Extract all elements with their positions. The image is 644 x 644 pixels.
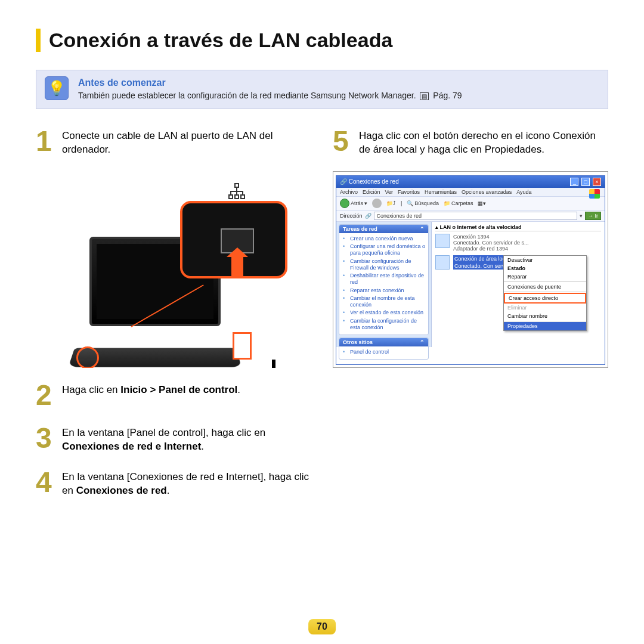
context-menu: Desactivar Estado Reparar Conexiones de … <box>503 255 587 331</box>
step-number: 3 <box>36 424 62 454</box>
svg-rect-0 <box>235 184 239 187</box>
context-item-disable[interactable]: Desactivar <box>504 256 586 264</box>
go-button[interactable]: → Ir <box>585 212 601 220</box>
step-5: 5 Haga clic con el botón derecho en el i… <box>333 127 608 157</box>
window-titlebar: 🔗 Conexiones de red _ □ × <box>336 176 605 188</box>
toolbar[interactable]: Atrás ▾ 📁⤴ | 🔍 Búsqueda 📁 Carpetas ▦▾ <box>336 197 605 210</box>
up-icon[interactable]: 📁⤴ <box>386 200 396 206</box>
info-page-ref: Pág. 79 <box>433 91 462 100</box>
step-text: Conecte un cable de LAN al puerto de LAN… <box>62 127 311 157</box>
task-link[interactable]: Cambiar la configuración de esta conexió… <box>342 317 426 332</box>
step-4: 4 En la ventana [Conexiones de red e Int… <box>36 468 311 498</box>
step-text: Haga clic en Inicio > Panel de control. <box>62 381 240 410</box>
step-text: En la ventana [Conexiones de red e Inter… <box>62 468 311 498</box>
info-text: También puede establecer la configuració… <box>78 91 599 100</box>
address-field[interactable]: Conexiones de red <box>374 212 577 220</box>
section-heading: ▴ LAN o Internet de alta velocidad <box>435 224 601 231</box>
step-number: 4 <box>36 468 62 498</box>
maximize-button[interactable]: □ <box>581 178 590 186</box>
arrow-up-icon <box>231 257 243 277</box>
connection-item[interactable]: Conexión 1394Conectado. Con servidor de … <box>435 234 601 252</box>
step-number: 1 <box>36 127 62 157</box>
step-number: 2 <box>36 381 62 410</box>
laptop-lan-illustration <box>36 171 311 368</box>
svg-rect-1 <box>229 195 233 199</box>
info-box: 💡 Antes de comenzar También puede establ… <box>36 70 608 109</box>
step-number: 5 <box>333 127 359 157</box>
context-item-repair[interactable]: Reparar <box>504 273 586 281</box>
context-item-shortcut[interactable]: Crear acceso directo <box>504 293 586 304</box>
step-3: 3 En la ventana [Panel de control], haga… <box>36 424 311 454</box>
other-places-header[interactable]: Otros sitios⌃ <box>339 338 428 346</box>
task-link[interactable]: Cambiar el nombre de esta conexión <box>342 295 426 309</box>
task-list: Crear una conexión nueva Configurar una … <box>339 233 428 335</box>
forward-icon[interactable] <box>372 199 382 208</box>
task-link[interactable]: Ver el estado de esta conexión <box>342 309 426 317</box>
task-pane-header[interactable]: Tareas de red⌃ <box>339 225 428 233</box>
page-title: Conexión a través de LAN cableada <box>49 29 608 52</box>
task-link[interactable]: Deshabilitar este dispositivo de red <box>342 272 426 287</box>
step-text: Haga clic con el botón derecho en el ico… <box>359 127 608 157</box>
back-icon[interactable] <box>340 199 349 208</box>
task-link[interactable]: Crear una conexión nueva <box>342 235 426 243</box>
lightbulb-icon: 💡 <box>45 76 69 100</box>
lan-port-detail <box>180 201 287 278</box>
rj45-plug-icon <box>233 332 252 360</box>
task-link[interactable]: Panel de control <box>342 348 426 356</box>
connection-icon <box>435 255 450 270</box>
task-link[interactable]: Reparar esta conexión <box>342 287 426 295</box>
menu-bar[interactable]: ArchivoEdiciónVerFavoritosHerramientasOp… <box>336 188 605 197</box>
folders-button[interactable]: 📁 Carpetas <box>444 200 473 206</box>
page-ref-icon: ▤ <box>420 92 429 100</box>
page-number: 70 <box>308 619 336 634</box>
step-1: 1 Conecte un cable de LAN al puerto de L… <box>36 127 311 157</box>
step-2: 2 Haga clic en Inicio > Panel de control… <box>36 381 311 410</box>
svg-rect-2 <box>235 195 239 199</box>
context-item-delete[interactable]: Eliminar <box>504 304 586 312</box>
lan-port-highlight-icon <box>76 346 99 368</box>
context-item-properties[interactable]: Propiedades <box>504 322 586 330</box>
close-button[interactable]: × <box>593 178 601 186</box>
minimize-button[interactable]: _ <box>570 178 578 186</box>
connection-icon <box>435 234 450 248</box>
context-item-rename[interactable]: Cambiar nombre <box>504 312 586 320</box>
context-item-status[interactable]: Estado <box>504 264 586 273</box>
address-label: Dirección <box>340 213 363 219</box>
task-pane: Tareas de red⌃ Crear una conexión nueva … <box>336 222 432 347</box>
views-button[interactable]: ▦▾ <box>478 200 486 206</box>
windows-logo-icon <box>589 189 600 199</box>
context-item-bridge[interactable]: Conexiones de puente <box>504 283 586 291</box>
info-text-a: También puede establecer la configuració… <box>78 91 418 100</box>
info-heading: Antes de comenzar <box>78 78 599 88</box>
task-link[interactable]: Configurar una red doméstica o para pequ… <box>342 243 426 258</box>
task-link[interactable]: Cambiar configuración de Firewall de Win… <box>342 258 426 273</box>
search-button[interactable]: 🔍 Búsqueda <box>407 200 439 206</box>
network-connections-screenshot: 🔗 Conexiones de red _ □ × ArchivoEdición… <box>333 171 608 368</box>
svg-rect-3 <box>241 195 244 199</box>
step-text: En la ventana [Panel de control], haga c… <box>62 424 311 454</box>
